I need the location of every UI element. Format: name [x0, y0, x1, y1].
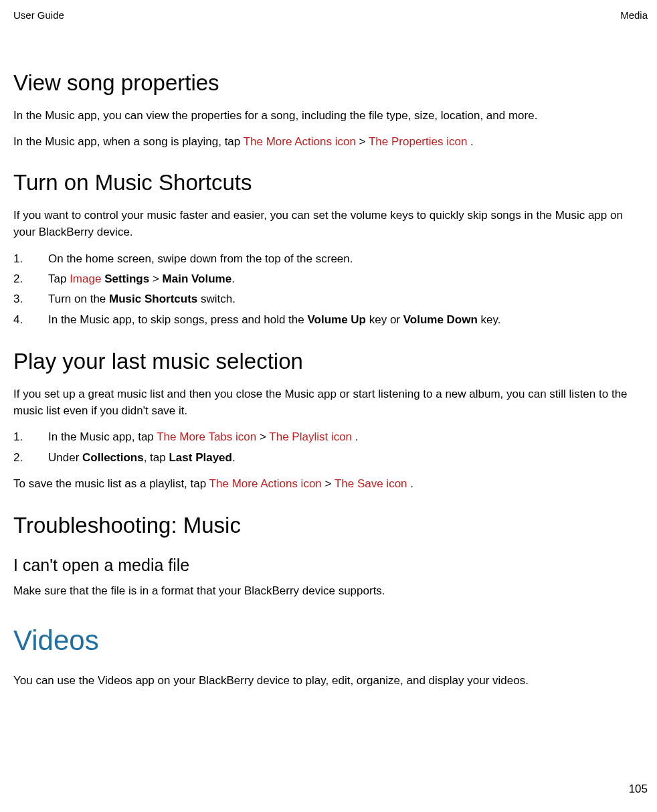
header-left: User Guide: [13, 9, 64, 21]
paragraph: To save the music list as a playlist, ta…: [13, 476, 640, 493]
ui-label: Settings: [104, 272, 149, 285]
separator: >: [325, 477, 335, 490]
separator: >: [260, 430, 269, 443]
ui-label: Main Volume: [163, 272, 232, 285]
paragraph: In the Music app, you can view the prope…: [13, 108, 640, 125]
ui-label: Last Played: [169, 451, 232, 464]
properties-icon: The Properties icon: [369, 135, 470, 148]
image-icon: Image: [70, 272, 104, 285]
playlist-icon: The Playlist icon: [269, 430, 355, 443]
more-actions-icon: The More Actions icon: [244, 135, 359, 148]
chapter-heading-videos: Videos: [13, 625, 640, 657]
more-actions-icon: The More Actions icon: [209, 477, 325, 490]
ui-label: Volume Down: [403, 313, 478, 326]
steps-list: In the Music app, tap The More Tabs icon…: [13, 428, 640, 467]
header-right: Media: [620, 9, 648, 21]
step-item: Tap Image Settings > Main Volume.: [13, 270, 640, 288]
page-content: View song properties In the Music app, y…: [13, 70, 648, 689]
text: .: [410, 477, 413, 490]
step-item: Turn on the Music Shortcuts switch.: [13, 291, 640, 308]
text: To save the music list as a playlist, ta…: [13, 477, 209, 490]
text: key or: [366, 313, 403, 326]
step-item: On the home screen, swipe down from the …: [13, 250, 640, 268]
ui-label: Collections: [82, 451, 144, 464]
text: Under: [48, 451, 82, 464]
separator: >: [359, 135, 369, 148]
save-icon: The Save icon: [335, 477, 410, 490]
text: .: [355, 430, 359, 443]
separator: >: [149, 272, 162, 285]
paragraph: Make sure that the file is in a format t…: [13, 583, 640, 600]
paragraph: If you want to control your music faster…: [13, 208, 640, 240]
text: In the Music app, to skip songs, press a…: [48, 313, 307, 326]
paragraph: In the Music app, when a song is playing…: [13, 134, 640, 151]
text: .: [470, 135, 474, 148]
subheading-cant-open: I can't open a media file: [13, 556, 640, 575]
heading-music-shortcuts: Turn on Music Shortcuts: [13, 170, 640, 195]
text: In the Music app, when a song is playing…: [13, 135, 244, 148]
heading-troubleshooting: Troubleshooting: Music: [13, 513, 640, 538]
paragraph: You can use the Videos app on your Black…: [13, 673, 640, 689]
text: switch.: [197, 293, 236, 305]
step-item: In the Music app, to skip songs, press a…: [13, 311, 640, 329]
text: , tap: [144, 451, 169, 464]
steps-list: On the home screen, swipe down from the …: [13, 250, 640, 329]
heading-view-song-properties: View song properties: [13, 70, 640, 96]
text: .: [232, 451, 236, 464]
paragraph: If you set up a great music list and the…: [13, 386, 640, 419]
text: Turn on the: [48, 293, 109, 305]
heading-last-selection: Play your last music selection: [13, 349, 640, 374]
text: In the Music app, tap: [48, 430, 157, 443]
ui-label: Volume Up: [307, 313, 366, 326]
step-item: In the Music app, tap The More Tabs icon…: [13, 428, 640, 446]
ui-label: Music Shortcuts: [109, 293, 197, 305]
text: key.: [478, 313, 501, 326]
text: Tap: [48, 272, 70, 285]
page-number: 105: [629, 783, 648, 796]
page-header: User Guide Media: [13, 9, 648, 21]
more-tabs-icon: The More Tabs icon: [157, 430, 260, 443]
step-item: Under Collections, tap Last Played.: [13, 449, 640, 467]
text: .: [231, 272, 235, 285]
